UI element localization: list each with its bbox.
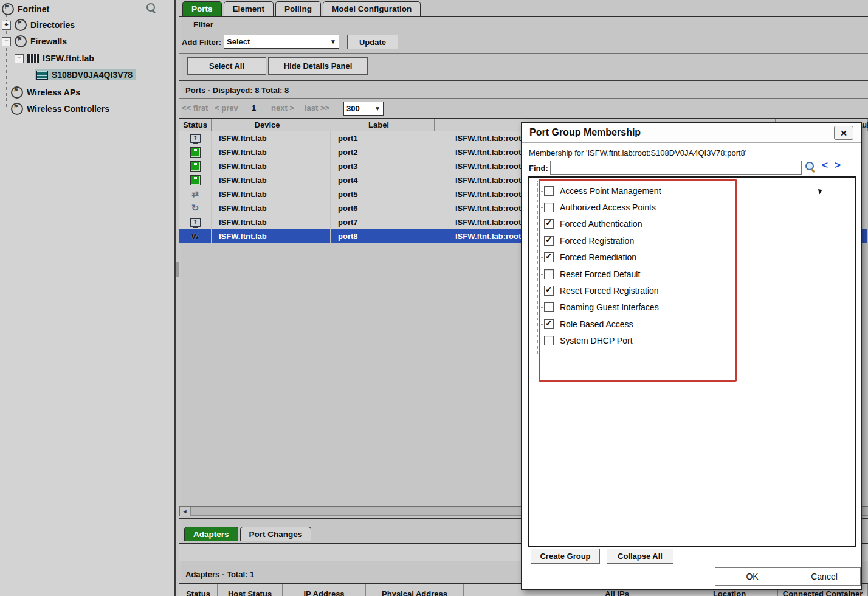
group-checkbox-8[interactable]	[544, 319, 554, 329]
pagination-next[interactable]: next >	[271, 103, 294, 113]
tab-polling[interactable]: Polling	[275, 1, 321, 16]
main-tabbar: Ports Element Polling Model Configuratio…	[182, 1, 421, 16]
pagination-current-page: 1	[252, 103, 256, 113]
cell-label: port3	[331, 159, 449, 173]
group-label: System DHCP Port	[560, 336, 633, 345]
cell-label: port8	[331, 229, 449, 243]
column-header-physical-address[interactable]: Physical Address	[366, 584, 464, 596]
find-input[interactable]	[550, 161, 802, 175]
expand-plus-icon[interactable]: +	[2, 21, 11, 30]
group-item-7[interactable]: Roaming Guest Interfaces	[529, 299, 855, 316]
cell-device: ISFW.ftnt.lab	[212, 131, 331, 145]
cell-device: ISFW.ftnt.lab	[212, 159, 331, 173]
details-tabbar: Adapters Port Changes	[184, 527, 311, 541]
hide-details-panel-button[interactable]: Hide Details Panel	[268, 57, 368, 75]
add-filter-label: Add Filter:	[182, 38, 221, 47]
group-item-4[interactable]: Forced Remediation	[529, 249, 855, 266]
collapse-minus-icon[interactable]: −	[15, 54, 24, 63]
column-header-label[interactable]: Label	[323, 119, 435, 131]
group-checkbox-6[interactable]	[544, 286, 554, 296]
update-button[interactable]: Update	[347, 35, 398, 49]
group-checkbox-2[interactable]	[544, 219, 554, 229]
group-label: Reset Forced Default	[560, 269, 640, 279]
group-label: Forced Authentication	[560, 219, 642, 229]
tab-adapters[interactable]: Adapters	[184, 527, 238, 541]
scrollbar-left-arrow-icon[interactable]: ◄	[180, 507, 190, 516]
group-checkbox-0[interactable]	[544, 186, 554, 196]
column-header-host-status[interactable]: Host Status	[218, 584, 283, 596]
cell-label: port4	[331, 173, 449, 187]
sidebar: Fortinet + Directories − Firewalls − ISF…	[0, 0, 174, 596]
tab-model-configuration[interactable]: Model Configuration	[323, 1, 421, 16]
filter-section-label: Filter	[193, 20, 213, 29]
status-icon-5	[190, 203, 201, 213]
resize-gripper[interactable]	[687, 586, 699, 588]
group-label: Forced Remediation	[560, 252, 636, 262]
sidebar-item-fortinet[interactable]: Fortinet	[2, 2, 49, 16]
cell-device: ISFW.ftnt.lab	[212, 173, 331, 187]
divider	[179, 80, 868, 81]
sidebar-item-switch[interactable]: S108DV0JA4QI3V78	[35, 68, 136, 81]
search-icon[interactable]	[146, 2, 157, 13]
splitter-grip[interactable]	[176, 262, 179, 277]
page-size-select[interactable]: 300 ▼	[343, 102, 384, 116]
column-header-ip-address[interactable]: IP Address	[283, 584, 366, 596]
port-group-membership-dialog: Port Group Membership ✕ Membership for '…	[521, 122, 862, 590]
sidebar-item-isfw[interactable]: − ISFW.ftnt.lab	[15, 52, 94, 65]
membership-subtitle: Membership for 'ISFW.ftnt.lab:root:S108D…	[529, 148, 746, 158]
tree-label-firewalls: Firewalls	[30, 36, 67, 46]
column-header-device[interactable]: Device	[212, 119, 323, 131]
group-checkbox-1[interactable]	[544, 203, 554, 212]
divider	[179, 53, 868, 54]
find-search-icon[interactable]	[804, 161, 816, 173]
column-header-status[interactable]: Status	[179, 119, 212, 131]
status-icon-3	[190, 175, 201, 185]
pagination-prev[interactable]: < prev	[215, 103, 238, 113]
ok-button[interactable]: OK	[715, 567, 790, 586]
dialog-titlebar[interactable]: Port Group Membership ✕	[522, 123, 861, 143]
group-item-1[interactable]: Authorized Access Points	[529, 199, 855, 215]
group-item-3[interactable]: Forced Registration	[529, 232, 855, 249]
ports-summary: Ports - Displayed: 8 Total: 8	[185, 86, 289, 95]
sidebar-item-firewalls[interactable]: − Firewalls	[2, 35, 67, 48]
group-checkbox-3[interactable]	[544, 236, 554, 246]
adapters-summary: Adapters - Total: 1	[185, 570, 254, 579]
pagination-last[interactable]: last >>	[305, 103, 329, 113]
chevron-down-icon: ▼	[330, 38, 336, 45]
cell-label: port2	[331, 145, 449, 159]
sidebar-item-wireless-controllers[interactable]: Wireless Controllers	[11, 102, 109, 116]
collapse-all-button[interactable]: Collapse All	[607, 549, 673, 564]
group-label: Authorized Access Points	[560, 203, 656, 212]
group-checkbox-9[interactable]	[544, 336, 554, 345]
group-checkbox-7[interactable]	[544, 302, 554, 312]
group-checkbox-4[interactable]	[544, 252, 554, 262]
group-item-5[interactable]: Reset Forced Default	[529, 266, 855, 282]
group-item-8[interactable]: Role Based Access	[529, 316, 855, 332]
close-icon[interactable]: ✕	[834, 126, 853, 140]
tab-port-changes[interactable]: Port Changes	[240, 527, 312, 541]
app-window: Fortinet + Directories − Firewalls − ISF…	[0, 0, 868, 596]
find-next-icon[interactable]: >	[835, 159, 841, 172]
column-header-status[interactable]: Status	[179, 584, 218, 596]
pagination-first[interactable]: << first	[182, 103, 208, 113]
add-filter-select[interactable]: Select ▼	[224, 35, 339, 49]
group-item-6[interactable]: Reset Forced Registration	[529, 282, 855, 299]
sidebar-item-wireless-aps[interactable]: Wireless APs	[11, 86, 80, 99]
group-circle-icon	[15, 35, 27, 47]
cell-device: ISFW.ftnt.lab	[212, 201, 331, 215]
group-circle-icon	[11, 86, 23, 99]
tab-element[interactable]: Element	[224, 1, 274, 16]
group-item-0[interactable]: Access Point Management	[529, 182, 855, 199]
cell-device: ISFW.ftnt.lab	[212, 187, 331, 201]
group-item-2[interactable]: Forced Authentication	[529, 216, 855, 232]
collapse-minus-icon[interactable]: −	[2, 37, 11, 46]
group-list: Access Point Management Authorized Acces…	[528, 176, 856, 547]
select-all-button[interactable]: Select All	[187, 57, 266, 75]
find-prev-icon[interactable]: <	[822, 159, 828, 172]
cancel-button[interactable]: Cancel	[788, 567, 861, 586]
create-group-button[interactable]: Create Group	[531, 549, 600, 564]
sidebar-item-directories[interactable]: + Directories	[2, 18, 75, 32]
group-checkbox-5[interactable]	[544, 269, 554, 279]
group-item-9[interactable]: System DHCP Port	[529, 333, 855, 349]
tab-ports[interactable]: Ports	[182, 1, 222, 16]
